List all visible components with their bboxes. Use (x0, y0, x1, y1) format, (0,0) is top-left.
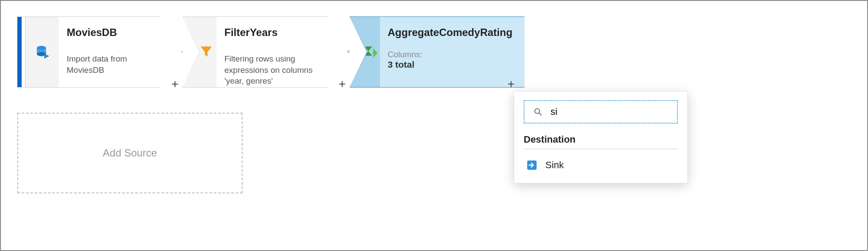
popup-section-heading: Destination (524, 134, 678, 149)
sigma-aggregate-icon (363, 43, 380, 61)
node-body: AggregateComedyRating Columns: 3 total (380, 16, 525, 88)
search-icon (531, 104, 545, 119)
columns-label: Columns: (388, 50, 512, 59)
node-description: Import data from MoviesDB (67, 53, 148, 75)
add-source-label: Add Source (103, 147, 157, 159)
node-description: Filtering rows using expressions on colu… (224, 53, 316, 87)
columns-value: 3 total (388, 59, 512, 70)
svg-point-2 (535, 109, 540, 114)
popup-item-sink[interactable]: Sink (524, 155, 678, 175)
sink-icon (525, 158, 539, 173)
add-step-after-aggregate[interactable]: + (505, 78, 517, 90)
add-step-after-filter[interactable]: + (336, 78, 348, 90)
svg-line-3 (539, 113, 542, 116)
add-source-placeholder[interactable]: Add Source (17, 113, 243, 193)
source-icon-col (25, 16, 59, 88)
node-aggregate-comedyrating[interactable]: AggregateComedyRating Columns: 3 total (350, 16, 506, 88)
database-source-icon (34, 43, 51, 61)
node-title: FilterYears (224, 26, 316, 39)
filter-icon-col (183, 16, 217, 88)
node-body: FilterYears Filtering rows using express… (217, 16, 328, 88)
funnel-icon (198, 43, 215, 61)
popup-item-label: Sink (545, 160, 564, 171)
node-filter-filteryears[interactable]: FilterYears Filtering rows using express… (183, 16, 345, 88)
add-transformation-popup: Destination Sink (514, 91, 688, 183)
source-accent-bar (17, 16, 22, 88)
source-accent-gap (22, 16, 25, 88)
search-box[interactable] (524, 100, 678, 124)
node-source-moviesdb[interactable]: MoviesDB Import data from MoviesDB (17, 16, 178, 88)
add-step-after-source[interactable]: + (169, 78, 181, 90)
search-input[interactable] (551, 106, 671, 117)
node-title: MoviesDB (67, 26, 148, 39)
aggregate-icon-col (350, 16, 380, 88)
node-title: AggregateComedyRating (388, 26, 512, 39)
dataflow-canvas[interactable]: MoviesDB Import data from MoviesDB + Fil… (1, 1, 867, 250)
node-body: MoviesDB Import data from MoviesDB (59, 16, 160, 88)
